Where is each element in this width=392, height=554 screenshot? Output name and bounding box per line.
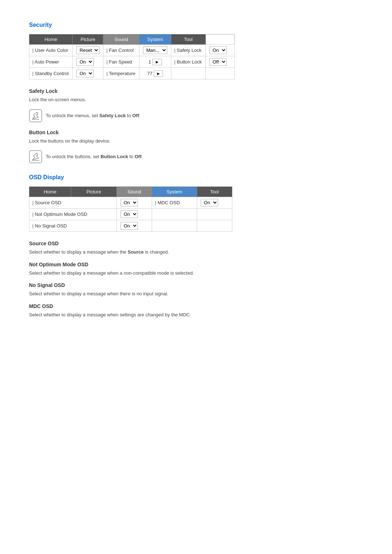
not-optimum-heading: Not Optimum Mode OSD	[29, 262, 363, 267]
no-signal-select[interactable]: On Off	[121, 222, 138, 230]
auto-power-select[interactable]: On Off	[76, 58, 94, 66]
not-optimum-select-cell[interactable]: On Off	[117, 209, 152, 220]
button-lock-bold1: Button Lock	[101, 154, 128, 159]
fan-speed-label: Fan Speed	[103, 56, 139, 68]
temperature-label: Temperature	[103, 68, 139, 79]
temperature-value: 77	[147, 71, 152, 76]
tab-tool[interactable]: Tool	[171, 34, 205, 45]
auto-power-select-cell[interactable]: On Off	[73, 56, 103, 68]
reset-select[interactable]: Reset	[76, 46, 99, 54]
standby-control-select-cell[interactable]: On Off	[73, 68, 103, 79]
button-lock-note-box: To unlock the buttons, set Button Lock t…	[29, 150, 363, 163]
mdc-osd-label: MDC OSD	[152, 197, 197, 209]
button-lock-section: Button Lock Lock the buttons on the disp…	[29, 130, 363, 164]
tab-system[interactable]: System	[139, 34, 171, 45]
safety-lock-bold2: Off	[132, 113, 139, 118]
safety-lock-note-text: To unlock the menus, set Safety Lock to …	[46, 109, 140, 119]
osd-display-section: OSD Display Home Picture Sound System To…	[29, 174, 363, 318]
svg-rect-2	[29, 151, 42, 163]
source-bold: Source	[128, 249, 144, 255]
empty-cell-1	[171, 68, 205, 79]
tab-home[interactable]: Home	[29, 34, 73, 45]
table-row: No Signal OSD On Off	[29, 220, 232, 232]
osd-display-title: OSD Display	[29, 174, 363, 181]
button-lock-note-text: To unlock the buttons, set Button Lock t…	[46, 150, 143, 160]
safety-lock-section: Safety Lock Lock the on-screen menus. To…	[29, 88, 363, 122]
fan-speed-nav-cell[interactable]: 1 ►	[139, 56, 171, 68]
tab-sound[interactable]: Sound	[103, 34, 139, 45]
safety-lock-heading: Safety Lock	[29, 88, 363, 94]
osd-tab-system[interactable]: System	[152, 187, 197, 197]
fan-control-select-cell[interactable]: Man...	[139, 45, 171, 56]
tab-picture[interactable]: Picture	[73, 34, 103, 45]
fan-speed-value: 1	[148, 59, 151, 65]
table-row: Standby Control On Off Temperature 77 ►	[29, 68, 235, 79]
mdc-osd-select-cell[interactable]: On Off	[197, 197, 232, 209]
not-optimum-description: Select whether to display a message when…	[29, 270, 363, 277]
osd-display-table: Home Picture Sound System Tool Source OS…	[29, 186, 232, 232]
source-osd-description: Select whether to display a message when…	[29, 249, 363, 256]
empty-cell-4	[197, 209, 232, 220]
note-icon-2	[29, 150, 42, 163]
safety-lock-select-cell[interactable]: On Off	[205, 45, 234, 56]
table-row: Auto Power On Off Fan Speed 1 ► Button L…	[29, 56, 235, 68]
osd-tab-home[interactable]: Home	[29, 187, 71, 197]
auto-power-label: Auto Power	[29, 56, 73, 68]
no-signal-heading: No Signal OSD	[29, 282, 363, 288]
button-lock-description: Lock the buttons on the display device.	[29, 138, 363, 145]
button-lock-label: Button Lock	[171, 56, 205, 68]
empty-cell-2	[205, 68, 234, 79]
safety-lock-note-box: To unlock the menus, set Safety Lock to …	[29, 109, 363, 122]
fan-control-label: Fan Control	[103, 45, 139, 56]
button-lock-bold2: Off	[135, 154, 142, 159]
safety-lock-description: Lock the on-screen menus.	[29, 96, 363, 103]
source-osd-heading: Source OSD	[29, 241, 363, 246]
safety-lock-bold1: Safety Lock	[99, 113, 126, 118]
osd-tab-tool[interactable]: Tool	[197, 187, 232, 197]
table-row: Not Optimum Mode OSD On Off	[29, 209, 232, 220]
no-signal-description: Select whether to display a message when…	[29, 290, 363, 297]
not-optimum-desc-block: Not Optimum Mode OSD Select whether to d…	[29, 262, 363, 277]
user-auto-color-label: User Auto Color	[29, 45, 73, 56]
source-osd-desc-block: Source OSD Select whether to display a m…	[29, 241, 363, 256]
mdc-osd-select[interactable]: On Off	[201, 199, 218, 206]
not-optimum-mode-label: Not Optimum Mode OSD	[29, 209, 117, 220]
mdc-osd-desc-block: MDC OSD Select whether to display a mess…	[29, 303, 363, 319]
source-osd-select[interactable]: On Off	[121, 199, 138, 206]
security-table: Home Picture Sound System Tool User Auto…	[29, 34, 235, 79]
not-optimum-select[interactable]: On Off	[121, 210, 138, 218]
source-osd-select-cell[interactable]: On Off	[117, 197, 152, 209]
security-section: Security Home Picture Sound System Tool …	[29, 22, 363, 163]
temperature-right-btn[interactable]: ►	[154, 70, 163, 77]
button-lock-select-cell[interactable]: Off On	[205, 56, 234, 68]
mdc-osd-heading: MDC OSD	[29, 303, 363, 309]
empty-cell-3	[152, 209, 197, 220]
security-title: Security	[29, 22, 363, 28]
standby-control-label: Standby Control	[29, 68, 73, 79]
osd-tab-picture[interactable]: Picture	[71, 187, 117, 197]
empty-cell-6	[197, 220, 232, 232]
no-signal-select-cell[interactable]: On Off	[117, 220, 152, 232]
fan-speed-right-btn[interactable]: ►	[152, 59, 162, 65]
button-lock-select[interactable]: Off On	[209, 58, 227, 66]
osd-tab-sound[interactable]: Sound	[117, 187, 152, 197]
temperature-nav-cell[interactable]: 77 ►	[139, 68, 171, 79]
mdc-osd-description: Select whether to display a message when…	[29, 311, 363, 319]
table-row: Source OSD On Off MDC OSD On Off	[29, 197, 232, 209]
no-signal-desc-block: No Signal OSD Select whether to display …	[29, 282, 363, 297]
source-osd-label: Source OSD	[29, 197, 117, 209]
note-icon-1	[29, 109, 42, 122]
fan-control-select[interactable]: Man...	[143, 46, 167, 54]
safety-lock-label: Safety Lock	[171, 45, 205, 56]
table-row: User Auto Color Reset Fan Control Man...…	[29, 45, 235, 56]
no-signal-osd-label: No Signal OSD	[29, 220, 117, 232]
svg-rect-0	[29, 110, 42, 122]
standby-control-select[interactable]: On Off	[76, 70, 94, 77]
safety-lock-select[interactable]: On Off	[209, 46, 227, 54]
empty-cell-5	[152, 220, 197, 232]
reset-select-cell[interactable]: Reset	[73, 45, 103, 56]
button-lock-heading: Button Lock	[29, 130, 363, 135]
